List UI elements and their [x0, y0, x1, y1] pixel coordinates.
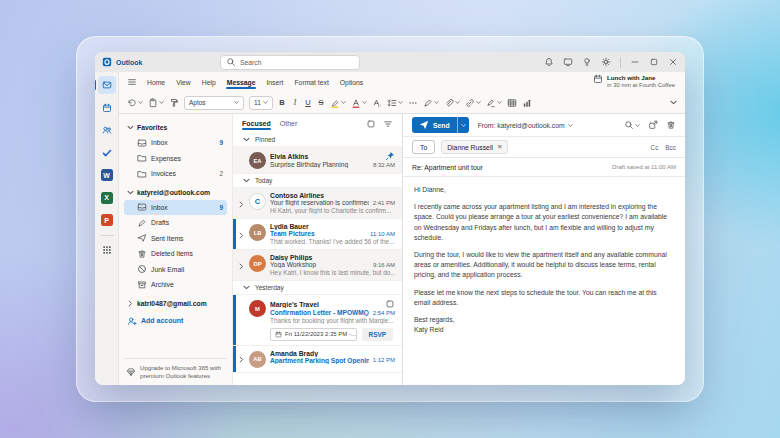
from-selector[interactable]: From: katyreid@outlook.com [478, 122, 573, 129]
sender-name: Margie's Travel [270, 301, 381, 308]
rail-powerpoint[interactable]: P [98, 211, 116, 229]
notifications-icon[interactable] [544, 57, 554, 67]
search-input[interactable]: Search [220, 55, 360, 70]
folder-deleted-items[interactable]: Deleted Items [124, 246, 227, 262]
recipient-chip[interactable]: Dianne Russell✕ [441, 140, 508, 154]
folder-archive[interactable]: Archive [124, 277, 227, 293]
filter-icon[interactable] [383, 119, 393, 129]
folder-expenses[interactable]: Expenses [124, 151, 227, 167]
section-label: Today [255, 177, 272, 184]
editor-zoom-button[interactable] [624, 120, 640, 130]
message-row-lydia[interactable]: LB Lydia Bauer Team Pictures11:10 AM Tha… [233, 219, 402, 250]
subject-field[interactable]: Re: Apartment unit tour [412, 164, 483, 171]
font-family-dropdown[interactable]: Aptos [184, 96, 244, 110]
folder-sent-items[interactable]: Sent Items [124, 231, 227, 247]
folder-drafts[interactable]: Drafts [124, 215, 227, 231]
rail-todo[interactable] [98, 144, 116, 162]
insert-link-button[interactable] [465, 98, 481, 108]
undo-button[interactable] [127, 98, 143, 108]
expand-conversation-icon[interactable] [238, 225, 245, 245]
folder-invoices[interactable]: Invoices2 [124, 166, 227, 182]
tips-icon[interactable] [582, 57, 592, 67]
hamburger-menu-icon[interactable] [127, 77, 137, 87]
send-button[interactable]: Send [412, 117, 469, 133]
rail-excel[interactable]: X [98, 189, 116, 207]
open-in-new-window-icon[interactable] [648, 120, 658, 130]
message-row-daisy[interactable]: DP Daisy Philips Yoga Workshop9:16 AM He… [233, 250, 402, 281]
expand-conversation-icon[interactable] [238, 194, 245, 214]
rail-mail[interactable] [98, 76, 116, 94]
underline-button[interactable]: U [304, 98, 312, 107]
minimize-button[interactable] [630, 57, 640, 67]
highlight-button[interactable] [330, 98, 346, 108]
strikethrough-button[interactable]: S [317, 98, 325, 107]
favorites-header[interactable]: Favorites [124, 120, 227, 135]
section-yesterday[interactable]: Yesterday [233, 281, 402, 295]
format-painter-button[interactable] [169, 98, 179, 108]
expand-conversation-icon[interactable] [238, 352, 245, 368]
section-today[interactable]: Today [233, 174, 402, 188]
select-messages-icon[interactable] [366, 119, 376, 129]
bold-button[interactable]: B [278, 98, 286, 107]
rail-people[interactable] [98, 121, 116, 139]
discard-trash-icon[interactable] [666, 120, 676, 130]
cc-button[interactable]: Cc [651, 144, 659, 151]
folder-inbox-favorite[interactable]: Inbox9 [124, 135, 227, 151]
tab-focused[interactable]: Focused [242, 117, 271, 130]
message-row-contoso[interactable]: C Contoso Airlines Your flight reservati… [233, 188, 402, 219]
tab-home[interactable]: Home [146, 77, 166, 88]
collapsed-account[interactable]: katri0487@gmail.com [124, 296, 227, 311]
italic-button[interactable]: I [291, 98, 299, 107]
message-row-amanda[interactable]: AB Amanda Brady Apartment Parking Spot O… [233, 346, 402, 373]
rail-word[interactable]: W [98, 166, 116, 184]
insert-table-button[interactable] [507, 98, 517, 108]
settings-gear-icon[interactable] [601, 57, 611, 67]
more-formatting-button[interactable] [408, 98, 418, 108]
section-pinned[interactable]: Pinned [233, 133, 402, 147]
tab-other[interactable]: Other [280, 117, 298, 130]
remove-recipient-icon[interactable]: ✕ [497, 143, 502, 151]
to-button[interactable]: To [412, 140, 435, 154]
signature-button[interactable] [486, 98, 502, 108]
tab-help[interactable]: Help [201, 77, 217, 88]
bcc-button[interactable]: Bcc [665, 144, 676, 151]
rsvp-button[interactable]: RSVP [362, 328, 393, 341]
message-body-editor[interactable]: Hi Dianne, I recently came across your a… [403, 177, 685, 385]
rail-more-apps[interactable] [98, 241, 116, 259]
tab-options[interactable]: Options [339, 77, 364, 88]
expander-spacer [237, 299, 245, 341]
meeting-time-chip[interactable]: Fri 11/22/2023 2:35 PM -... [270, 328, 357, 341]
trash-icon [137, 249, 147, 259]
line-spacing-button[interactable] [387, 98, 403, 108]
message-row-elvia[interactable]: EA Elvia Atkins Surprise Birthday Planni… [233, 147, 402, 174]
font-color-button[interactable] [351, 98, 367, 108]
tab-format-text[interactable]: Format text [293, 77, 329, 88]
clear-formatting-button[interactable] [372, 98, 382, 108]
font-size-dropdown[interactable]: 11 [249, 96, 273, 110]
insert-chart-button[interactable] [522, 98, 532, 108]
paste-button[interactable] [148, 98, 164, 108]
add-account-button[interactable]: Add account [124, 313, 227, 329]
expand-conversation-icon[interactable] [238, 256, 245, 276]
message-row-margie[interactable]: M Margie's Travel Confirmation Letter - … [233, 295, 402, 346]
search-icon [226, 57, 236, 67]
folder-pane: Favorites Inbox9 Expenses Invoices2 katy… [119, 114, 233, 385]
signature-icon [486, 98, 496, 108]
close-button[interactable] [668, 57, 678, 67]
attach-file-button[interactable] [444, 98, 460, 108]
rail-calendar[interactable] [98, 99, 116, 117]
chevron-down-icon [234, 100, 239, 105]
meeting-reminder[interactable]: Lunch with Jane in 30 min at Fourth Coff… [593, 74, 677, 89]
upgrade-banner[interactable]: Upgrade to Microsoft 365 with premium Ou… [124, 358, 227, 380]
tab-message[interactable]: Message [226, 77, 257, 88]
feedback-icon[interactable] [563, 57, 573, 67]
send-options-chevron[interactable] [457, 117, 469, 133]
folder-inbox-selected[interactable]: Inbox9 [124, 200, 227, 216]
editor-button[interactable] [423, 98, 439, 108]
account-header[interactable]: katyreid@outlook.com [124, 185, 227, 200]
tab-view[interactable]: View [175, 77, 192, 88]
folder-junk-email[interactable]: Junk Email [124, 262, 227, 278]
tab-insert[interactable]: Insert [265, 77, 284, 88]
collapse-ribbon-button[interactable] [670, 99, 677, 106]
maximize-button[interactable] [649, 57, 659, 67]
